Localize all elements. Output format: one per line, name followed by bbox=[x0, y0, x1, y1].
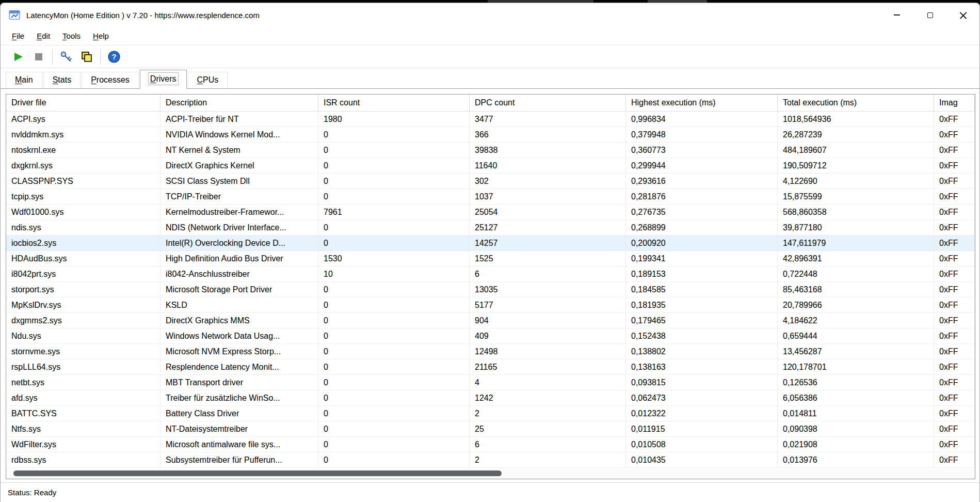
table-row[interactable]: ACPI.sys ACPI-Treiber für NT 1980 3477 0… bbox=[6, 112, 975, 127]
start-monitor-button[interactable] bbox=[8, 48, 28, 66]
table-cell: BATTC.SYS bbox=[6, 406, 160, 421]
table-cell: Ndu.sys bbox=[6, 328, 160, 344]
table-cell: 1018,564936 bbox=[778, 112, 934, 127]
table-row[interactable]: netbt.sys MBT Transport driver 0 4 0,093… bbox=[6, 375, 975, 390]
table-cell: 0 bbox=[318, 236, 470, 251]
table-row[interactable]: afd.sys Treiber für zusätzliche WinSo...… bbox=[6, 390, 975, 406]
table-cell: dxgmms2.sys bbox=[6, 313, 160, 328]
table-cell: Windows Network Data Usag... bbox=[160, 328, 318, 344]
table-cell: tcpip.sys bbox=[6, 189, 160, 205]
close-button[interactable] bbox=[946, 3, 979, 27]
window-controls bbox=[880, 3, 979, 27]
minimize-button[interactable] bbox=[880, 3, 913, 27]
tab-bar: Main Stats Processes Drivers CPUs bbox=[1, 68, 979, 89]
table-cell: 21165 bbox=[470, 359, 626, 375]
menu-file[interactable]: File bbox=[6, 29, 30, 43]
table-cell: 0,659444 bbox=[778, 328, 934, 344]
column-header-description[interactable]: Description bbox=[160, 95, 318, 111]
column-header-dpc-count[interactable]: DPC count bbox=[470, 95, 626, 111]
table-row[interactable]: tcpip.sys TCP/IP-Treiber 0 1037 0,281876… bbox=[6, 189, 975, 205]
menu-edit[interactable]: Edit bbox=[30, 29, 56, 43]
table-cell: 0,179465 bbox=[626, 313, 778, 328]
table-row[interactable]: MpKslDrv.sys KSLD 0 5177 0,181935 20,789… bbox=[6, 297, 975, 313]
table-cell: 1980 bbox=[318, 112, 470, 127]
table-cell: 20,789966 bbox=[778, 297, 934, 313]
table-row[interactable]: ndis.sys NDIS (Network Driver Interface.… bbox=[6, 220, 975, 236]
table-cell: NT Kernel & System bbox=[160, 143, 318, 158]
help-button[interactable]: ? bbox=[104, 48, 124, 66]
table-cell: Microsoft antimalware file sys... bbox=[160, 437, 318, 452]
tab-stats[interactable]: Stats bbox=[43, 72, 81, 88]
minimize-icon bbox=[894, 14, 900, 15]
table-cell: Resplendence Latency Monit... bbox=[160, 359, 318, 375]
table-cell: 0xFF bbox=[934, 112, 975, 127]
table-cell: 2 bbox=[470, 406, 626, 421]
table-row[interactable]: rspLLL64.sys Resplendence Latency Monit.… bbox=[6, 359, 975, 375]
table-row[interactable]: storport.sys Microsoft Storage Port Driv… bbox=[6, 282, 975, 297]
table-row[interactable]: nvlddmkm.sys NVIDIA Windows Kernel Mod..… bbox=[6, 127, 975, 143]
analyze-key-icon bbox=[59, 50, 73, 64]
table-row[interactable]: dxgmms2.sys DirectX Graphics MMS 0 904 0… bbox=[6, 313, 975, 328]
table-row[interactable]: BATTC.SYS Battery Class Driver 0 2 0,012… bbox=[6, 406, 975, 421]
table-cell: 0,010508 bbox=[626, 437, 778, 452]
table-cell: 39,877180 bbox=[778, 220, 934, 236]
table-row[interactable]: dxgkrnl.sys DirectX Graphics Kernel 0 11… bbox=[6, 158, 975, 174]
column-header-image[interactable]: Imag bbox=[934, 95, 975, 111]
table-cell: 0,090398 bbox=[778, 421, 934, 437]
analyze-button[interactable] bbox=[56, 48, 76, 66]
title-bar: LatencyMon (Home Edition ) v 7.20 - http… bbox=[1, 3, 979, 27]
tab-processes[interactable]: Processes bbox=[82, 72, 139, 88]
tab-cpus[interactable]: CPUs bbox=[188, 72, 228, 88]
column-header-highest-execution[interactable]: Highest execution (ms) bbox=[626, 95, 778, 111]
table-cell: Kernelmodustreiber-Framewor... bbox=[160, 205, 318, 220]
table-cell: 0,138163 bbox=[626, 359, 778, 375]
table-cell: 1242 bbox=[470, 390, 626, 406]
stop-monitor-button[interactable] bbox=[28, 48, 49, 66]
table-cell: Intel(R) Overclocking Device D... bbox=[160, 236, 318, 251]
table-cell: 3477 bbox=[470, 112, 626, 127]
table-cell: iocbios2.sys bbox=[6, 236, 160, 251]
table-row[interactable]: iocbios2.sys Intel(R) Overclocking Devic… bbox=[6, 236, 975, 251]
tab-drivers[interactable]: Drivers bbox=[140, 70, 187, 89]
table-cell: 302 bbox=[470, 174, 626, 189]
table-cell: 0 bbox=[318, 158, 470, 174]
table-cell: Ntfs.sys bbox=[6, 421, 160, 437]
column-header-total-execution[interactable]: Total execution (ms) bbox=[778, 95, 934, 111]
horizontal-scrollbar[interactable] bbox=[6, 468, 975, 479]
app-icon[interactable] bbox=[9, 9, 20, 21]
table-cell: 10 bbox=[318, 266, 470, 282]
table-cell: 26,287239 bbox=[778, 127, 934, 143]
table-cell: 0xFF bbox=[934, 452, 975, 468]
table-row[interactable]: i8042prt.sys i8042-Anschlusstreiber 10 6… bbox=[6, 266, 975, 282]
table-row[interactable]: stornvme.sys Microsoft NVM Express Storp… bbox=[6, 344, 975, 359]
table-row[interactable]: HDAudBus.sys High Definition Audio Bus D… bbox=[6, 251, 975, 266]
table-cell: 0xFF bbox=[934, 174, 975, 189]
table-cell: 0 bbox=[318, 174, 470, 189]
table-row[interactable]: Ndu.sys Windows Network Data Usag... 0 4… bbox=[6, 328, 975, 344]
table-row[interactable]: Ntfs.sys NT-Dateisystemtreiber 0 25 0,01… bbox=[6, 421, 975, 437]
table-cell: 0xFF bbox=[934, 437, 975, 452]
table-cell: 0xFF bbox=[934, 189, 975, 205]
table-cell: 6 bbox=[470, 437, 626, 452]
table-cell: 4,122690 bbox=[778, 174, 934, 189]
table-cell: 13035 bbox=[470, 282, 626, 297]
table-row[interactable]: rdbss.sys Subsystemtreiber für Pufferun.… bbox=[6, 452, 975, 468]
column-header-driver-file[interactable]: Driver file bbox=[6, 95, 160, 111]
table-cell: MpKslDrv.sys bbox=[6, 297, 160, 313]
copy-report-button[interactable] bbox=[76, 48, 97, 66]
table-row[interactable]: Wdf01000.sys Kernelmodustreiber-Framewor… bbox=[6, 205, 975, 220]
table-row[interactable]: CLASSPNP.SYS SCSI Class System Dll 0 302… bbox=[6, 174, 975, 189]
table-cell: 904 bbox=[470, 313, 626, 328]
table-row[interactable]: ntoskrnl.exe NT Kernel & System 0 39838 … bbox=[6, 143, 975, 158]
svg-text:?: ? bbox=[111, 52, 116, 61]
copy-layers-icon bbox=[80, 50, 93, 64]
menu-tools[interactable]: Tools bbox=[56, 29, 87, 43]
column-header-isr-count[interactable]: ISR count bbox=[318, 95, 470, 111]
table-cell: 0xFF bbox=[934, 236, 975, 251]
tab-main[interactable]: Main bbox=[6, 72, 42, 88]
maximize-button[interactable] bbox=[913, 3, 946, 27]
horizontal-scrollbar-thumb[interactable] bbox=[13, 470, 502, 476]
menu-help[interactable]: Help bbox=[87, 29, 115, 43]
table-row[interactable]: WdFilter.sys Microsoft antimalware file … bbox=[6, 437, 975, 452]
table-cell: 0 bbox=[318, 127, 470, 143]
